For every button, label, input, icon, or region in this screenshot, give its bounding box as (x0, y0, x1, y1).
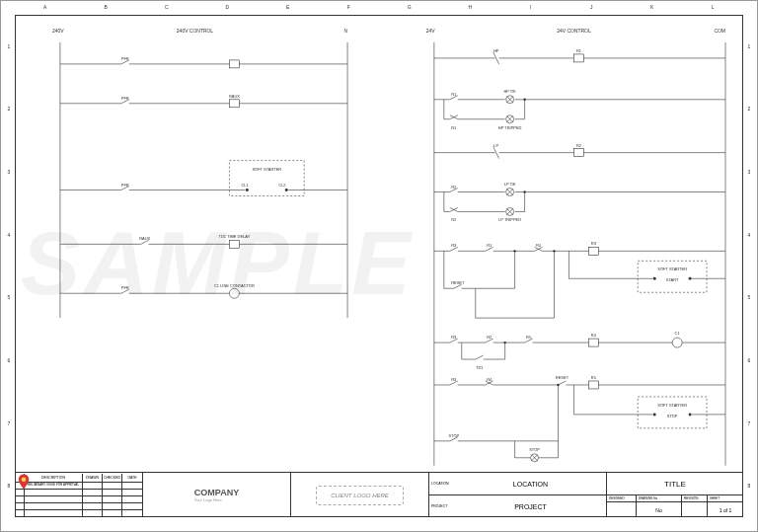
svg-rect-43 (573, 54, 583, 62)
svg-text:SOFT STARTER: SOFT STARTER (657, 403, 687, 408)
svg-text:HP: HP (493, 48, 499, 53)
svg-text:R5: R5 (591, 375, 597, 380)
svg-text:RAUX: RAUX (229, 94, 240, 99)
client-logo-slot: CLIENT LOGO HERE (291, 473, 429, 517)
svg-text:R2: R2 (576, 143, 581, 148)
svg-text:PFR: PFR (121, 56, 129, 61)
left-rail-label: 240V (52, 28, 64, 34)
svg-rect-137 (588, 381, 598, 389)
svg-point-60 (523, 99, 525, 101)
svg-point-19 (246, 189, 249, 191)
svg-text:R3: R3 (451, 335, 457, 340)
svg-text:R2: R2 (451, 217, 456, 222)
svg-point-110 (513, 250, 515, 252)
svg-text:PFR: PFR (121, 285, 129, 290)
company-tagline: Your Logo Here (194, 497, 239, 502)
svg-rect-5 (229, 60, 239, 68)
svg-text:R5: R5 (526, 335, 532, 340)
left-neutral-label: N (343, 28, 347, 34)
svg-point-20 (285, 189, 288, 191)
svg-text:R2: R2 (487, 335, 492, 340)
svg-rect-10 (229, 100, 239, 108)
svg-text:R2: R2 (451, 185, 456, 190)
drawing-sheet: ABCDEFGHIJKL 12345678 12345678 240V 240V… (0, 0, 758, 532)
schematic-svg: 240V 240V CONTROL N PFR PFR RAUX SOFT ST… (23, 23, 735, 471)
svg-text:R4: R4 (536, 243, 542, 248)
svg-text:R1: R1 (451, 92, 457, 97)
svg-text:R4: R4 (487, 377, 493, 382)
svg-text:SOFT STARTER: SOFT STARTER (252, 167, 281, 172)
svg-text:RESET: RESET (556, 375, 569, 380)
map-pin-icon (15, 473, 33, 491)
svg-text:R3: R3 (451, 243, 457, 248)
svg-text:C1: C1 (675, 331, 681, 336)
svg-point-145 (653, 413, 656, 416)
svg-text:R3: R3 (451, 377, 457, 382)
svg-text:TD1: TD1 (476, 365, 484, 370)
svg-text:RAUX: RAUX (139, 236, 150, 241)
company-logo: COMPANY Your Logo Here (143, 473, 291, 517)
left-title: 240V CONTROL (177, 28, 214, 34)
grid-cols-top: ABCDEFGHIJKL (15, 4, 743, 14)
svg-rect-27 (229, 240, 239, 248)
svg-text:PFR: PFR (121, 183, 129, 188)
location-project: LOCATIONLOCATION PROJECTPROJECT (429, 473, 607, 517)
svg-rect-89 (588, 247, 598, 255)
grid-rows-right: 12345678 (745, 15, 753, 517)
svg-text:C1 LINE CONTACTOR: C1 LINE CONTACTOR (214, 283, 255, 288)
title-column: TITLE DESIGNED DRAWING NoNo REVISION SHE… (607, 473, 743, 517)
svg-rect-64 (573, 149, 583, 157)
svg-point-159 (557, 384, 559, 386)
svg-text:R1: R1 (576, 48, 582, 53)
svg-text:LP: LP (493, 143, 498, 148)
revision-table: DESCRIPTION DRAWN CHECKED DATE PRELIMINA… (15, 473, 143, 517)
svg-text:STOP: STOP (448, 433, 459, 438)
svg-text:HP OK: HP OK (503, 89, 516, 94)
svg-text:CL2: CL2 (278, 183, 285, 188)
svg-point-107 (553, 250, 555, 252)
svg-text:LP TRIPPED: LP TRIPPED (498, 217, 521, 222)
svg-text:CL1: CL1 (241, 183, 249, 188)
title-block: DESCRIPTION DRAWN CHECKED DATE PRELIMINA… (15, 472, 743, 517)
svg-text:HP TRIPPED: HP TRIPPED (498, 125, 522, 130)
svg-text:STOP: STOP (667, 414, 678, 418)
svg-text:COM: COM (714, 28, 725, 34)
svg-point-33 (229, 288, 239, 298)
svg-point-99 (689, 277, 692, 280)
svg-text:SOFT STARTER: SOFT STARTER (657, 266, 687, 271)
svg-text:TD1 TIME DELAY: TD1 TIME DELAY (218, 234, 250, 239)
svg-text:R1: R1 (451, 125, 457, 130)
svg-text:LP OK: LP OK (504, 182, 516, 187)
svg-point-97 (653, 277, 656, 280)
svg-text:R3: R3 (591, 241, 597, 246)
svg-text:RESET: RESET (451, 280, 465, 285)
svg-text:R1: R1 (487, 243, 493, 248)
svg-text:PFR: PFR (121, 96, 129, 101)
svg-point-160 (22, 478, 27, 483)
svg-text:24V CONTROL: 24V CONTROL (557, 28, 591, 34)
grid-rows-left: 12345678 (5, 15, 13, 517)
company-name: COMPANY (194, 488, 239, 497)
svg-point-129 (503, 342, 505, 343)
svg-point-81 (523, 190, 525, 192)
svg-text:R4: R4 (591, 333, 597, 338)
svg-point-147 (689, 413, 692, 416)
svg-text:STOP: STOP (529, 447, 540, 452)
svg-text:24V: 24V (426, 28, 436, 34)
schematic-area: 240V 240V CONTROL N PFR PFR RAUX SOFT ST… (23, 23, 735, 470)
svg-text:START: START (666, 277, 679, 282)
svg-point-121 (672, 338, 682, 347)
svg-rect-118 (588, 339, 598, 346)
